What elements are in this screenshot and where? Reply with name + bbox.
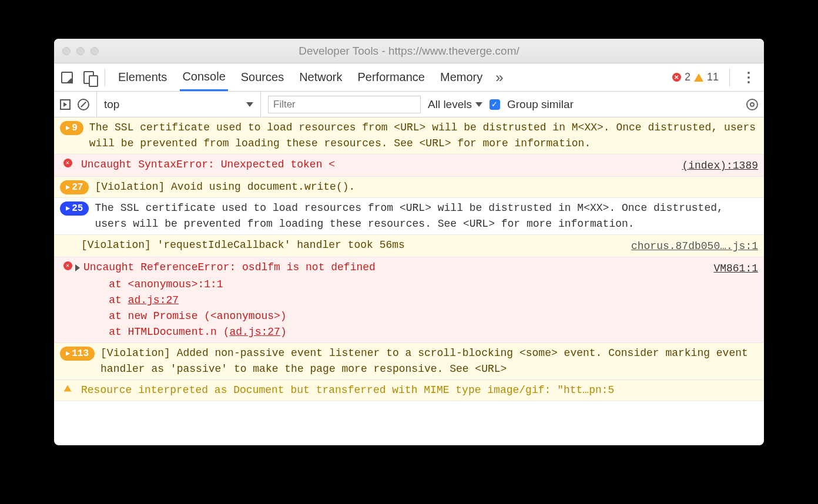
- message-text: The SSL certificate used to load resourc…: [89, 120, 758, 152]
- message-text: Resource interpreted as Document but tra…: [81, 382, 758, 398]
- message-text: [Violation] Avoid using document.write()…: [95, 179, 758, 195]
- kebab-menu-icon[interactable]: [747, 76, 750, 79]
- console-message[interactable]: [Violation] 'requestIdleCallback' handle…: [54, 235, 764, 257]
- message-text: Uncaught SyntaxError: Unexpected token <: [81, 157, 676, 173]
- repeat-count-badge[interactable]: ▶113: [60, 347, 95, 361]
- clear-console-icon[interactable]: [78, 99, 89, 110]
- console-message[interactable]: ▶27 [Violation] Avoid using document.wri…: [54, 177, 764, 198]
- chevron-down-icon: [475, 102, 482, 107]
- divider: [105, 69, 105, 86]
- console-message[interactable]: ▶113 [Violation] Added non-passive event…: [54, 343, 764, 380]
- device-toolbar-icon[interactable]: [83, 71, 94, 84]
- message-text: The SSL certificate used to load resourc…: [95, 200, 758, 232]
- stack-frame: at ad.js:27: [60, 293, 758, 308]
- console-message[interactable]: ▶25 The SSL certificate used to load res…: [54, 198, 764, 235]
- more-tabs-icon[interactable]: »: [495, 69, 499, 86]
- close-icon[interactable]: [62, 47, 71, 55]
- message-text: Uncaught ReferenceError: osdlfm is not d…: [83, 260, 708, 275]
- chevron-down-icon: [246, 102, 253, 107]
- console-toolbar: top All levels ✓ Group similar: [54, 92, 764, 117]
- error-warning-counts[interactable]: ✕ 2 11: [672, 71, 719, 83]
- console-settings-icon[interactable]: [746, 99, 758, 110]
- execution-context-selector[interactable]: top: [96, 92, 261, 117]
- stack-frame-link[interactable]: ad.js:27: [229, 326, 280, 338]
- stack-frame-link[interactable]: ad.js:27: [128, 294, 179, 306]
- zoom-icon[interactable]: [90, 47, 99, 55]
- tab-network[interactable]: Network: [297, 65, 344, 90]
- error-icon: ✕: [63, 261, 72, 270]
- inspect-element-icon[interactable]: [61, 72, 73, 83]
- repeat-count-badge[interactable]: ▶27: [60, 180, 89, 194]
- repeat-count-badge[interactable]: ▶25: [60, 201, 89, 216]
- error-icon: ✕: [63, 159, 72, 167]
- repeat-count-badge[interactable]: ▶9: [60, 121, 83, 135]
- message-source-link[interactable]: VM861:1: [713, 260, 758, 277]
- warning-count: 11: [707, 71, 719, 83]
- tab-memory[interactable]: Memory: [438, 65, 485, 90]
- tab-sources[interactable]: Sources: [239, 65, 286, 90]
- log-levels-selector[interactable]: All levels: [428, 98, 482, 111]
- message-source-link[interactable]: chorus.87db050….js:1: [631, 237, 758, 254]
- window-titlebar[interactable]: Developer Tools - https://www.theverge.c…: [54, 39, 764, 63]
- log-levels-label: All levels: [428, 98, 472, 111]
- window-title: Developer Tools - https://www.theverge.c…: [54, 45, 764, 58]
- console-message[interactable]: ✕ Uncaught ReferenceError: osdlfm is not…: [54, 257, 764, 343]
- group-similar-label: Group similar: [507, 98, 574, 111]
- warning-icon: [64, 385, 72, 391]
- devtools-window: Developer Tools - https://www.theverge.c…: [54, 39, 764, 445]
- filter-input[interactable]: [268, 96, 421, 113]
- error-count-icon: ✕: [672, 73, 681, 82]
- message-text: [Violation] 'requestIdleCallback' handle…: [81, 237, 625, 253]
- console-messages[interactable]: ▶9 The SSL certificate used to load reso…: [54, 117, 764, 445]
- divider: [729, 69, 730, 86]
- tab-console[interactable]: Console: [180, 64, 227, 91]
- traffic-lights[interactable]: [54, 47, 99, 55]
- minimize-icon[interactable]: [76, 47, 85, 55]
- tab-performance[interactable]: Performance: [356, 65, 428, 90]
- stack-frame: at new Promise (<anonymous>): [60, 308, 758, 324]
- tab-elements[interactable]: Elements: [116, 65, 169, 90]
- show-console-sidebar-icon[interactable]: [60, 99, 71, 110]
- warning-count-icon: [694, 73, 703, 82]
- message-source-link[interactable]: (index):1389: [682, 157, 758, 174]
- console-message[interactable]: ▶9 The SSL certificate used to load reso…: [54, 117, 764, 154]
- console-message[interactable]: ✕ Uncaught SyntaxError: Unexpected token…: [54, 154, 764, 177]
- message-text: [Violation] Added non-passive event list…: [100, 345, 758, 377]
- expand-stacktrace-icon[interactable]: [75, 264, 80, 271]
- group-similar-checkbox[interactable]: ✓: [490, 99, 500, 110]
- main-tabs: Elements Console Sources Network Perform…: [54, 63, 764, 92]
- execution-context-label: top: [104, 98, 119, 111]
- error-count: 2: [685, 71, 690, 83]
- console-message[interactable]: Resource interpreted as Document but tra…: [54, 380, 764, 401]
- stack-frame: at <anonymous>:1:1: [60, 277, 758, 293]
- stack-frame: at HTMLDocument.n (ad.js:27): [60, 324, 758, 340]
